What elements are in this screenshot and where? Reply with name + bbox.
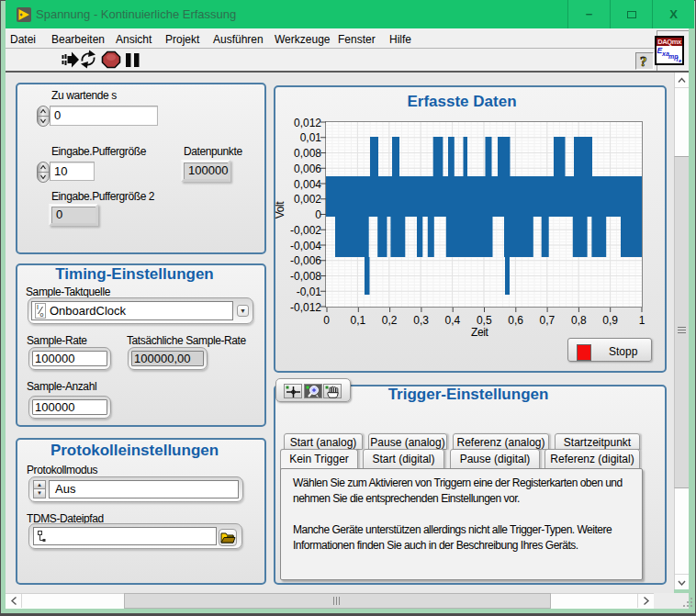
svg-text:?: ? [640, 54, 647, 69]
svg-text:I: I [37, 304, 39, 310]
svg-text:e: e [679, 58, 681, 63]
svg-text:o: o [40, 311, 44, 318]
